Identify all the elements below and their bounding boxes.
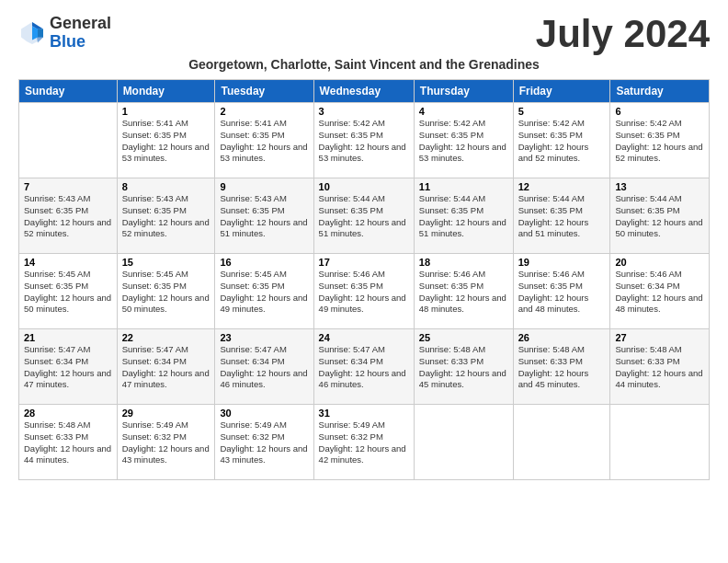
calendar-cell [19, 103, 118, 178]
day-number: 26 [518, 332, 606, 343]
calendar-cell: 30Sunrise: 5:49 AMSunset: 6:32 PMDayligh… [215, 405, 313, 480]
day-number: 23 [220, 332, 308, 343]
day-info: Sunrise: 5:41 AMSunset: 6:35 PMDaylight:… [220, 118, 308, 165]
calendar-cell: 2Sunrise: 5:41 AMSunset: 6:35 PMDaylight… [215, 103, 313, 178]
day-info: Sunrise: 5:46 AMSunset: 6:35 PMDaylight:… [518, 269, 606, 316]
calendar-cell: 13Sunrise: 5:44 AMSunset: 6:35 PMDayligh… [610, 178, 710, 254]
day-info: Sunrise: 5:45 AMSunset: 6:35 PMDaylight:… [220, 269, 308, 316]
calendar-cell [610, 405, 710, 480]
calendar-cell: 8Sunrise: 5:43 AMSunset: 6:35 PMDaylight… [117, 178, 215, 254]
day-info: Sunrise: 5:48 AMSunset: 6:33 PMDaylight:… [419, 344, 508, 391]
day-info: Sunrise: 5:46 AMSunset: 6:35 PMDaylight:… [319, 269, 409, 316]
day-info: Sunrise: 5:46 AMSunset: 6:35 PMDaylight:… [419, 269, 508, 316]
calendar-cell: 26Sunrise: 5:48 AMSunset: 6:33 PMDayligh… [513, 329, 610, 405]
calendar-cell: 7Sunrise: 5:43 AMSunset: 6:35 PMDaylight… [19, 178, 118, 254]
day-number: 17 [319, 257, 409, 268]
day-number: 16 [220, 257, 308, 268]
day-number: 30 [220, 408, 308, 419]
day-info: Sunrise: 5:44 AMSunset: 6:35 PMDaylight:… [319, 193, 409, 240]
day-info: Sunrise: 5:49 AMSunset: 6:32 PMDaylight:… [319, 419, 409, 466]
day-number: 7 [24, 181, 112, 192]
week-row-3: 14Sunrise: 5:45 AMSunset: 6:35 PMDayligh… [19, 254, 710, 329]
calendar-cell: 6Sunrise: 5:42 AMSunset: 6:35 PMDaylight… [610, 103, 710, 178]
week-row-4: 21Sunrise: 5:47 AMSunset: 6:34 PMDayligh… [19, 329, 710, 405]
day-number: 21 [24, 332, 112, 343]
day-number: 6 [615, 106, 704, 117]
day-info: Sunrise: 5:48 AMSunset: 6:33 PMDaylight:… [615, 344, 704, 391]
calendar-cell: 16Sunrise: 5:45 AMSunset: 6:35 PMDayligh… [215, 254, 313, 329]
day-number: 8 [122, 181, 210, 192]
calendar-cell: 1Sunrise: 5:41 AMSunset: 6:35 PMDaylight… [117, 103, 215, 178]
day-info: Sunrise: 5:44 AMSunset: 6:35 PMDaylight:… [419, 193, 508, 240]
header: General Blue July 2024 [18, 15, 710, 53]
day-number: 20 [615, 257, 704, 268]
week-row-1: 1Sunrise: 5:41 AMSunset: 6:35 PMDaylight… [19, 103, 710, 178]
day-number: 4 [419, 106, 508, 117]
calendar-cell: 28Sunrise: 5:48 AMSunset: 6:33 PMDayligh… [19, 405, 118, 480]
header-row: SundayMondayTuesdayWednesdayThursdayFrid… [19, 80, 710, 103]
day-info: Sunrise: 5:48 AMSunset: 6:33 PMDaylight:… [24, 419, 112, 466]
day-header-friday: Friday [513, 80, 610, 103]
day-number: 28 [24, 408, 112, 419]
calendar-cell: 15Sunrise: 5:45 AMSunset: 6:35 PMDayligh… [117, 254, 215, 329]
calendar-cell: 25Sunrise: 5:48 AMSunset: 6:33 PMDayligh… [414, 329, 513, 405]
day-info: Sunrise: 5:45 AMSunset: 6:35 PMDaylight:… [24, 269, 112, 316]
calendar-cell: 14Sunrise: 5:45 AMSunset: 6:35 PMDayligh… [19, 254, 118, 329]
calendar-cell: 9Sunrise: 5:43 AMSunset: 6:35 PMDaylight… [215, 178, 313, 254]
svg-marker-3 [38, 29, 43, 37]
day-number: 12 [518, 181, 606, 192]
day-number: 9 [220, 181, 308, 192]
calendar-cell: 3Sunrise: 5:42 AMSunset: 6:35 PMDaylight… [313, 103, 414, 178]
calendar-cell: 17Sunrise: 5:46 AMSunset: 6:35 PMDayligh… [313, 254, 414, 329]
day-info: Sunrise: 5:47 AMSunset: 6:34 PMDaylight:… [24, 344, 112, 391]
day-info: Sunrise: 5:44 AMSunset: 6:35 PMDaylight:… [518, 193, 606, 240]
day-info: Sunrise: 5:41 AMSunset: 6:35 PMDaylight:… [122, 118, 210, 165]
calendar-cell: 19Sunrise: 5:46 AMSunset: 6:35 PMDayligh… [513, 254, 610, 329]
calendar-cell: 4Sunrise: 5:42 AMSunset: 6:35 PMDaylight… [414, 103, 513, 178]
day-info: Sunrise: 5:44 AMSunset: 6:35 PMDaylight:… [615, 193, 704, 240]
day-info: Sunrise: 5:42 AMSunset: 6:35 PMDaylight:… [518, 118, 606, 165]
logo-text: General Blue [50, 15, 111, 52]
day-number: 22 [122, 332, 210, 343]
day-number: 29 [122, 408, 210, 419]
day-number: 3 [319, 106, 409, 117]
day-number: 2 [220, 106, 308, 117]
day-header-saturday: Saturday [610, 80, 710, 103]
day-info: Sunrise: 5:48 AMSunset: 6:33 PMDaylight:… [518, 344, 606, 391]
day-info: Sunrise: 5:42 AMSunset: 6:35 PMDaylight:… [615, 118, 704, 165]
subtitle: Georgetown, Charlotte, Saint Vincent and… [18, 57, 710, 72]
day-info: Sunrise: 5:49 AMSunset: 6:32 PMDaylight:… [220, 419, 308, 466]
calendar-cell: 24Sunrise: 5:47 AMSunset: 6:34 PMDayligh… [313, 329, 414, 405]
day-info: Sunrise: 5:43 AMSunset: 6:35 PMDaylight:… [122, 193, 210, 240]
day-number: 31 [319, 408, 409, 419]
logo-icon [18, 19, 46, 47]
calendar-cell: 21Sunrise: 5:47 AMSunset: 6:34 PMDayligh… [19, 329, 118, 405]
day-header-tuesday: Tuesday [215, 80, 313, 103]
day-info: Sunrise: 5:47 AMSunset: 6:34 PMDaylight:… [122, 344, 210, 391]
day-number: 18 [419, 257, 508, 268]
calendar-cell [414, 405, 513, 480]
day-info: Sunrise: 5:43 AMSunset: 6:35 PMDaylight:… [24, 193, 112, 240]
day-header-thursday: Thursday [414, 80, 513, 103]
day-info: Sunrise: 5:42 AMSunset: 6:35 PMDaylight:… [319, 118, 409, 165]
logo: General Blue [18, 15, 111, 52]
day-info: Sunrise: 5:49 AMSunset: 6:32 PMDaylight:… [122, 419, 210, 466]
day-number: 11 [419, 181, 508, 192]
day-number: 10 [319, 181, 409, 192]
day-number: 1 [122, 106, 210, 117]
calendar-cell: 20Sunrise: 5:46 AMSunset: 6:34 PMDayligh… [610, 254, 710, 329]
calendar-cell: 12Sunrise: 5:44 AMSunset: 6:35 PMDayligh… [513, 178, 610, 254]
day-header-wednesday: Wednesday [313, 80, 414, 103]
day-info: Sunrise: 5:47 AMSunset: 6:34 PMDaylight:… [220, 344, 308, 391]
calendar-cell: 5Sunrise: 5:42 AMSunset: 6:35 PMDaylight… [513, 103, 610, 178]
calendar-cell: 18Sunrise: 5:46 AMSunset: 6:35 PMDayligh… [414, 254, 513, 329]
day-number: 25 [419, 332, 508, 343]
day-number: 19 [518, 257, 606, 268]
day-info: Sunrise: 5:45 AMSunset: 6:35 PMDaylight:… [122, 269, 210, 316]
day-info: Sunrise: 5:46 AMSunset: 6:34 PMDaylight:… [615, 269, 704, 316]
calendar-cell: 11Sunrise: 5:44 AMSunset: 6:35 PMDayligh… [414, 178, 513, 254]
day-number: 14 [24, 257, 112, 268]
month-title: July 2024 [536, 15, 710, 53]
day-info: Sunrise: 5:42 AMSunset: 6:35 PMDaylight:… [419, 118, 508, 165]
calendar-cell: 22Sunrise: 5:47 AMSunset: 6:34 PMDayligh… [117, 329, 215, 405]
